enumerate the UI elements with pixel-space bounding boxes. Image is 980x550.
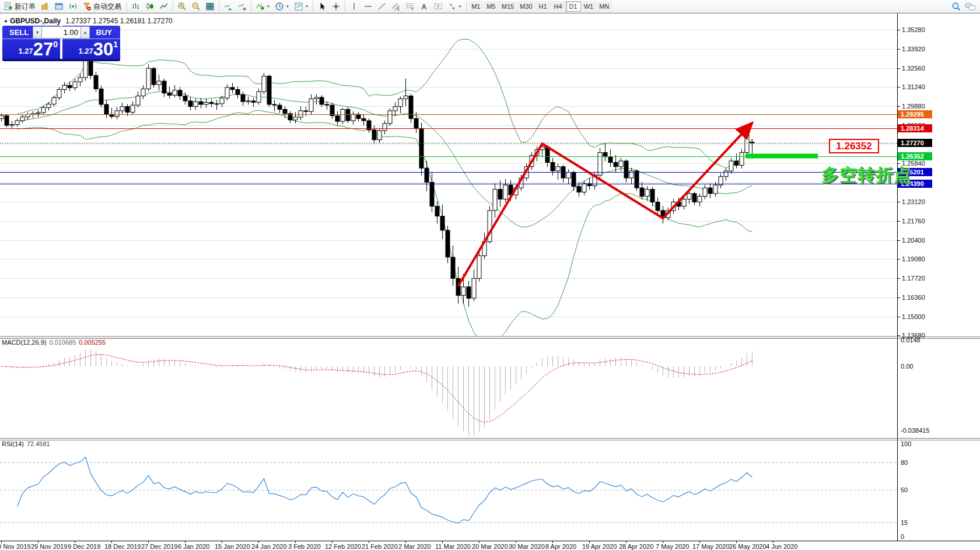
toolbar-separator (219, 1, 219, 12)
svg-text:A: A (421, 3, 426, 11)
arrows-dropdown-caret[interactable]: ▼ (459, 5, 462, 8)
new-order-icon (4, 2, 13, 11)
timeframe-w1-button[interactable]: W1 (581, 1, 597, 12)
indicators-icon (256, 2, 265, 11)
arrows-icon (447, 2, 457, 11)
crosshair-button[interactable] (329, 1, 343, 13)
arrows-button[interactable]: ▼ (445, 1, 464, 13)
auto-scroll-button[interactable] (221, 1, 235, 13)
chart-canvas[interactable] (0, 0, 980, 550)
zoom-out-button[interactable] (189, 1, 203, 13)
volume-decrement-button[interactable]: ▼ (33, 26, 42, 38)
one-click-trading-panel: SELL 1.27270 BUY 1.27301 ▼ ▲ (2, 26, 120, 61)
data-window-icon (54, 2, 64, 11)
fibonacci-icon: F (405, 2, 415, 11)
cursor-icon (317, 2, 327, 11)
toolbar-gripper (125, 2, 128, 11)
trade-panel-footer (2, 59, 120, 61)
indicators-button[interactable]: ▼ (253, 1, 272, 13)
timeframe-toolbar: M1M5M15M30H1H4D1W1MN (468, 1, 612, 12)
trendline-icon (377, 2, 387, 11)
timeframe-mn-button[interactable]: MN (596, 1, 612, 12)
text-label-icon: T (433, 2, 443, 11)
candlestick-chart-icon (145, 2, 155, 11)
crosshair-icon (331, 2, 341, 11)
bar-chart-button[interactable] (129, 1, 143, 13)
clock-icon (275, 2, 284, 11)
svg-text:F: F (411, 7, 414, 11)
text-label-button[interactable]: T (431, 1, 445, 13)
autotrading-label: 自动交易 (93, 2, 121, 12)
vertical-line-button[interactable] (347, 1, 361, 13)
toolbar-separator (345, 1, 345, 12)
sell-price: 1.27270 (2, 39, 60, 59)
cursor-button[interactable] (315, 1, 329, 13)
line-chart-button[interactable] (157, 1, 171, 13)
periods-button[interactable]: ▼ (272, 1, 292, 13)
data-window-button[interactable] (52, 1, 66, 13)
timeframe-m30-button[interactable]: M30 (517, 1, 535, 12)
volume-input[interactable] (42, 26, 80, 38)
zoom-out-icon (191, 2, 201, 11)
main-toolbar: 新订单 自动交易 ▼ ▼ (0, 0, 980, 13)
text-icon: A (419, 2, 429, 11)
toolbar-right-group (951, 2, 980, 12)
toolbar-separator (251, 1, 251, 12)
timeframe-d1-button[interactable]: D1 (566, 1, 581, 12)
timeframe-h1-button[interactable]: H1 (536, 1, 551, 12)
svg-text:E: E (397, 7, 400, 11)
autotrading-button[interactable]: 自动交易 (80, 1, 124, 13)
volume-increment-button[interactable]: ▲ (80, 26, 90, 38)
chart-shift-icon (237, 2, 247, 11)
toolbar-separator (313, 1, 313, 12)
tile-windows-icon (205, 2, 215, 11)
market-watch-icon (40, 2, 50, 11)
search-icon[interactable] (951, 2, 961, 12)
new-order-label: 新订单 (15, 2, 36, 12)
horizontal-line-icon (363, 2, 373, 11)
periods-dropdown-caret[interactable]: ▼ (286, 5, 289, 8)
horizontal-line-button[interactable] (361, 1, 375, 13)
equidistant-channel-button[interactable]: E (389, 1, 403, 13)
templates-button[interactable]: ▼ (292, 1, 311, 13)
text-button[interactable]: A (417, 1, 431, 13)
templates-dropdown-caret[interactable]: ▼ (305, 5, 309, 8)
toolbar-separator (466, 1, 467, 12)
fibonacci-button[interactable]: F (403, 1, 417, 13)
signals-icon (68, 2, 78, 11)
buy-price: 1.27301 (62, 39, 120, 59)
indicators-dropdown-caret[interactable]: ▼ (267, 5, 270, 8)
autotrading-icon (82, 2, 92, 11)
tile-windows-button[interactable] (203, 1, 217, 13)
new-order-button[interactable]: 新订单 (1, 1, 38, 13)
candlestick-chart-button[interactable] (143, 1, 157, 13)
zoom-in-button[interactable] (175, 1, 189, 13)
market-watch-button[interactable] (38, 1, 52, 13)
trendline-button[interactable] (375, 1, 389, 13)
line-chart-icon (159, 2, 169, 11)
equidistant-channel-icon: E (391, 2, 401, 11)
timeframe-h4-button[interactable]: H4 (551, 1, 566, 12)
zoom-in-icon (177, 2, 187, 11)
volume-control: ▼ ▲ (33, 26, 90, 38)
bar-chart-icon (131, 2, 141, 11)
templates-icon (294, 2, 303, 11)
chat-icon[interactable] (965, 2, 977, 11)
timeframe-m5-button[interactable]: M5 (484, 1, 499, 12)
timeframe-m1-button[interactable]: M1 (468, 1, 484, 12)
toolbar-separator (173, 1, 173, 12)
chart-shift-button[interactable] (235, 1, 249, 13)
auto-scroll-icon (223, 2, 233, 11)
timeframe-m15-button[interactable]: M15 (499, 1, 517, 12)
signals-button[interactable] (66, 1, 80, 13)
svg-text:T: T (436, 4, 439, 9)
vertical-line-icon (349, 2, 359, 11)
mt4-window: { "toolbar": { "new_order_label": "新订单",… (0, 0, 980, 550)
